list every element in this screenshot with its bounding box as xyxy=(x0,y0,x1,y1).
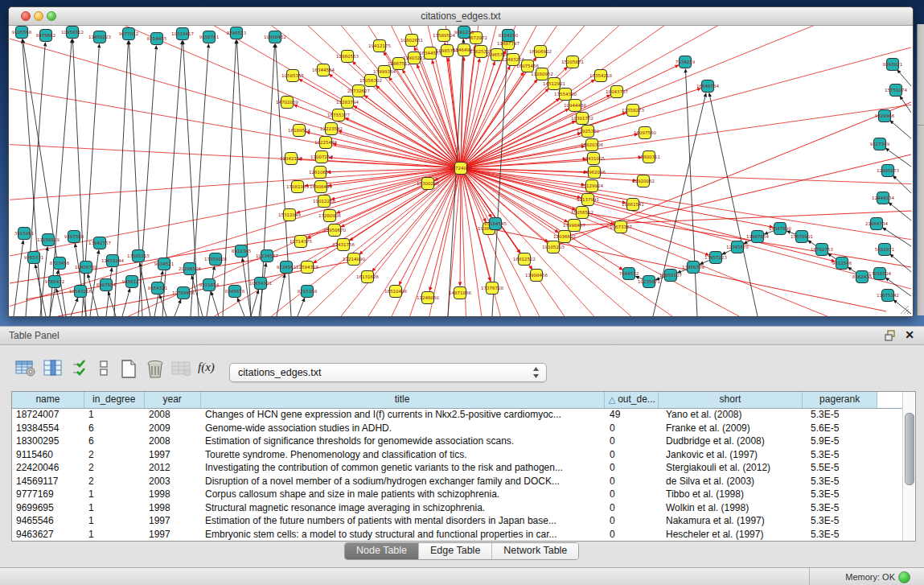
graph-edge-red[interactable] xyxy=(432,60,461,168)
graph-edge-red[interactable] xyxy=(460,168,461,286)
table-row[interactable]: 1872400712008Changes of HCN gene express… xyxy=(12,408,903,422)
graph-edge-red[interactable] xyxy=(359,168,461,254)
graph-edge-red[interactable] xyxy=(553,102,911,247)
graph-edge-black[interactable] xyxy=(900,96,911,113)
graph-edge-black[interactable] xyxy=(298,298,305,316)
graph-edge-red[interactable] xyxy=(461,26,911,168)
table-row[interactable]: 969969511998Structural magnetic resonanc… xyxy=(12,501,903,515)
graph-edge-black[interactable] xyxy=(26,43,45,316)
graph-edge-red[interactable] xyxy=(10,26,461,168)
graph-edge-red[interactable] xyxy=(461,168,911,316)
graph-edge-black[interactable] xyxy=(223,40,236,316)
graph-edge-red[interactable] xyxy=(461,26,911,168)
graph-edge-black[interactable] xyxy=(191,44,208,316)
graph-edge-black[interactable] xyxy=(106,268,112,316)
graph-edge-black[interactable] xyxy=(35,265,46,316)
graph-edge-red[interactable] xyxy=(461,168,585,185)
graph-edge-red[interactable] xyxy=(461,26,864,168)
graph-edge-black[interactable] xyxy=(211,292,219,316)
graph-edge-black[interactable] xyxy=(890,121,911,138)
graph-edge-red[interactable] xyxy=(461,168,911,316)
network-view-window[interactable]: citations_edges.txt 18724007161316261221… xyxy=(8,6,914,317)
tab-network-table[interactable]: Network Table xyxy=(492,543,578,559)
column-header-pagerank[interactable]: pagerank xyxy=(803,392,877,408)
graph-edge-black[interactable] xyxy=(129,41,142,316)
graph-edge-red[interactable] xyxy=(461,66,510,168)
graph-edge-red[interactable] xyxy=(461,80,537,168)
resize-grip[interactable] xyxy=(899,304,910,315)
table-row[interactable]: 946554611997Estimation of the future num… xyxy=(12,514,903,528)
graph-edge-red[interactable] xyxy=(341,168,461,227)
graph-edge-red[interactable] xyxy=(76,26,461,168)
graph-edge-red[interactable] xyxy=(461,26,911,168)
graph-edge-black[interactable] xyxy=(890,254,911,272)
table-row[interactable]: 1830029562008Estimation of significance … xyxy=(12,435,903,448)
table-row[interactable]: 1456911722003Disruption of a novel membe… xyxy=(12,475,903,488)
graph-edge-black[interactable] xyxy=(261,44,275,316)
graph-edge-red[interactable] xyxy=(461,168,911,316)
graph-edge-black[interactable] xyxy=(114,41,129,316)
new-table-icon[interactable] xyxy=(121,360,137,379)
graph-edge-black[interactable] xyxy=(893,175,911,193)
graph-edge-red[interactable] xyxy=(461,168,911,208)
graph-edge-red[interactable] xyxy=(461,168,911,316)
graph-edge-black[interactable] xyxy=(897,70,911,86)
graph-edge-red[interactable] xyxy=(461,26,911,168)
graph-edge-black[interactable] xyxy=(237,298,244,316)
float-panel-icon[interactable] xyxy=(885,330,897,341)
graph-edge-black[interactable] xyxy=(14,241,23,316)
graph-edge-black[interactable] xyxy=(175,299,181,316)
graph-edge-black[interactable] xyxy=(138,46,156,316)
graph-edge-black[interactable] xyxy=(709,93,758,316)
column-header-year[interactable]: year xyxy=(145,392,201,408)
scrollbar-thumb[interactable] xyxy=(905,413,914,485)
table-row[interactable]: 911546021997Tourette syndrome. Phenomeno… xyxy=(12,448,903,462)
delete-table-icon[interactable] xyxy=(146,360,165,379)
graph-edge-black[interactable] xyxy=(277,274,285,316)
table-row[interactable]: 2242004622012Investigating the contribut… xyxy=(12,461,903,475)
table-row[interactable]: 1938455462009Genome-wide association stu… xyxy=(12,422,903,435)
select-columns-icon[interactable] xyxy=(71,360,88,377)
graph-edge-red[interactable] xyxy=(461,168,911,316)
graph-edge-red[interactable] xyxy=(461,26,911,168)
graph-edge-red[interactable] xyxy=(10,26,461,168)
network-view[interactable]: 1872400716131626122140901143175615950670… xyxy=(10,26,911,316)
graph-edge-red[interactable] xyxy=(461,26,911,168)
show-column-icon[interactable] xyxy=(43,360,63,377)
graph-edge-red[interactable] xyxy=(10,26,461,168)
graph-edge-red[interactable] xyxy=(10,26,461,168)
graph-edge-red[interactable] xyxy=(329,158,461,168)
graph-edge-red[interactable] xyxy=(94,168,461,316)
table-row[interactable]: 946362711997Embryonic stem cells: a mode… xyxy=(12,528,903,542)
graph-edge-red[interactable] xyxy=(10,26,461,168)
table-selector[interactable]: citations_edges.txt xyxy=(229,363,547,382)
graph-edge-black[interactable] xyxy=(72,39,86,316)
column-header-in_degree[interactable]: in_degree xyxy=(84,392,145,408)
row-height-icon[interactable] xyxy=(98,360,111,377)
close-panel-icon[interactable]: ✕ xyxy=(905,328,914,341)
graph-edge-red[interactable] xyxy=(10,26,461,168)
graph-edge-red[interactable] xyxy=(461,168,911,316)
table-row[interactable]: 977716911998Corpus callosum shape and si… xyxy=(12,488,903,501)
graph-edge-red[interactable] xyxy=(207,26,461,168)
column-header-name[interactable]: name xyxy=(12,392,84,408)
tab-node-table[interactable]: Node Table xyxy=(345,543,419,559)
graph-edge-red[interactable] xyxy=(461,26,911,168)
vertical-scrollbar[interactable] xyxy=(902,392,915,541)
graph-edge-red[interactable] xyxy=(10,26,461,168)
graph-edge-black[interactable] xyxy=(82,44,99,316)
function-builder-icon[interactable]: f(x) xyxy=(198,360,215,374)
graph-edge-red[interactable] xyxy=(345,118,461,168)
graph-edge-red[interactable] xyxy=(461,168,911,316)
graph-edge-black[interactable] xyxy=(885,148,911,167)
graph-edge-red[interactable] xyxy=(10,26,461,168)
tab-edge-table[interactable]: Edge Table xyxy=(419,543,492,559)
column-header-title[interactable]: title xyxy=(201,392,605,408)
window-titlebar[interactable]: citations_edges.txt xyxy=(9,7,913,26)
column-header-out_de[interactable]: △out_de... xyxy=(605,392,659,408)
column-header-short[interactable]: short xyxy=(659,392,803,408)
import-table-icon[interactable] xyxy=(171,360,192,377)
graph-edge-black[interactable] xyxy=(236,40,251,316)
table-settings-icon[interactable] xyxy=(15,360,36,377)
graph-edge-black[interactable] xyxy=(251,290,258,316)
